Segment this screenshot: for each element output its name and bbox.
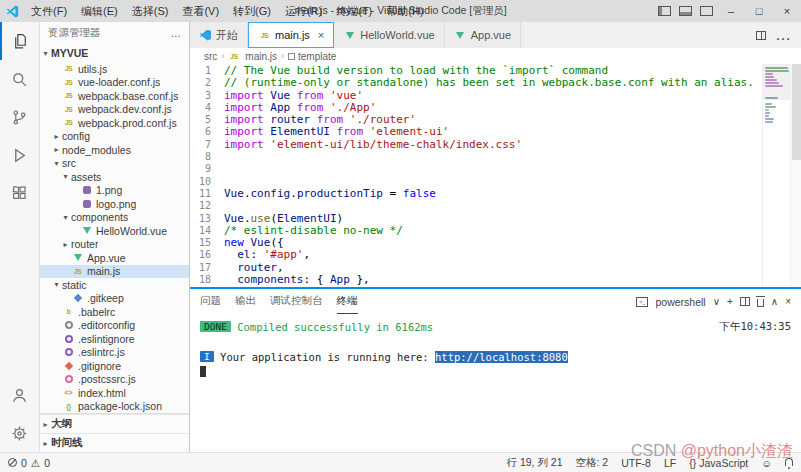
toggle-secondary-sidebar-icon[interactable] [700,6,713,16]
tree-item-label: webpack.prod.conf.js [78,117,177,129]
tree-folder-config[interactable]: ▸config [40,130,189,144]
line-number: 16 [190,249,224,261]
tree-file-webpack.base.conf.js[interactable]: JSwebpack.base.conf.js [40,89,189,103]
img-file-icon [80,198,93,209]
maximize-button[interactable]: □ [745,0,773,22]
tab-App.vue[interactable]: App.vue [445,22,521,48]
close-tab-icon[interactable]: × [318,29,324,41]
explorer-more-actions-icon[interactable]: … [171,27,182,39]
tree-file-1.png[interactable]: 1.png [40,184,189,198]
breadcrumb-item-template[interactable]: template [288,51,336,62]
split-terminal-icon[interactable] [740,297,750,306]
tree-folder-src[interactable]: ▾src [40,157,189,171]
extensions-icon[interactable] [0,174,39,212]
chevron-right-icon: ▸ [51,132,62,141]
tree-file-HelloWorld.vue[interactable]: HelloWorld.vue [40,224,189,238]
js-icon: JS [258,30,271,41]
chevron-right-icon: ▸ [51,145,62,154]
tree-file-webpack.dev.conf.js[interactable]: JSwebpack.dev.conf.js [40,103,189,117]
localhost-link[interactable]: http://localhost:8080 [435,351,568,363]
tree-file-.babelrc[interactable]: b.babelrc [40,305,189,319]
more-actions-icon[interactable]: … [775,26,791,44]
tree-folder-assets[interactable]: ▾assets [40,170,189,184]
panel-tab-问题[interactable]: 问题 [200,289,221,314]
problems-status[interactable]: 0 ⚠ 0 [8,457,50,469]
menu-item[interactable]: 运行(R) [278,0,329,22]
tree-file-logo.png[interactable]: logo.png [40,197,189,211]
tab-main.js[interactable]: JSmain.js× [248,22,334,48]
activity-bar [0,22,40,452]
menu-item[interactable]: 选择(S) [125,0,176,22]
minimize-button[interactable]: – [717,0,745,22]
menu-item[interactable]: 查看(V) [175,0,226,22]
timeline-section[interactable]: ▸ 时间线 [40,433,189,452]
eol-sequence[interactable]: LF [664,457,676,469]
tree-file-.editorconfig[interactable]: .editorconfig [40,319,189,333]
tree-file-App.vue[interactable]: App.vue [40,251,189,265]
tree-file-utils.js[interactable]: JSutils.js [40,62,189,76]
tree-folder-node_modules[interactable]: ▸node_modules [40,143,189,157]
feedback-smiley-icon[interactable]: ☺ [761,457,772,469]
maximize-panel-icon[interactable]: ∧ [771,296,778,307]
panel-tab-输出[interactable]: 输出 [235,289,256,314]
run-debug-icon[interactable] [0,136,39,174]
js-icon: JS [228,51,239,62]
notifications-bell-icon[interactable] [785,460,793,466]
panel-tab-调试控制台[interactable]: 调试控制台 [270,289,323,314]
minimap-line [765,112,770,114]
explorer-icon[interactable] [0,22,39,60]
close-window-button[interactable]: × [773,0,801,22]
outline-section[interactable]: ▸ 大纲 [40,414,189,433]
breadcrumb-item-main.js[interactable]: JSmain.js [228,51,277,62]
js-file-icon: JS [71,266,84,277]
split-editor-icon[interactable] [756,31,766,40]
shell-selector[interactable]: powershell [655,296,705,308]
account-icon[interactable] [0,376,39,414]
settings-gear-icon[interactable] [0,414,39,452]
search-icon[interactable] [0,60,39,98]
kill-terminal-icon[interactable] [757,299,764,307]
tree-item-label: components [71,211,128,223]
toggle-panel-icon[interactable] [679,6,692,16]
cursor-position[interactable]: 行 19, 列 21 [506,456,562,470]
tree-file-.gitkeep[interactable]: .gitkeep [40,292,189,306]
tree-file-package-lock.json[interactable]: {}package-lock.json [40,400,189,414]
language-mode[interactable]: {} JavaScript [689,457,748,469]
tree-file-webpack.prod.conf.js[interactable]: JSwebpack.prod.conf.js [40,116,189,130]
panel-tab-终端[interactable]: 终端 [337,289,358,314]
tree-file-vue-loader.conf.js[interactable]: JSvue-loader.conf.js [40,76,189,90]
encoding[interactable]: UTF-8 [621,457,651,469]
tree-file-.postcssrc.js[interactable]: .postcssrc.js [40,373,189,387]
close-panel-icon[interactable]: × [785,296,791,307]
terminal-shell-icon: >_ [636,297,648,307]
tree-folder-static[interactable]: ▾static [40,278,189,292]
tree-folder-components[interactable]: ▾components [40,211,189,225]
minimap[interactable] [762,64,790,287]
tree-file-index.html[interactable]: <>index.html [40,386,189,400]
tab-开始[interactable]: 开始 [190,22,248,48]
timeline-label: 时间线 [51,436,83,450]
menu-item[interactable]: 文件(F) [24,0,74,22]
tree-file-.eslintrc.js[interactable]: .eslintrc.js [40,346,189,360]
terminal-content[interactable]: DONE Compiled successfully in 6162ms下午10… [190,314,801,452]
menu-item[interactable]: 终端(T) [329,0,379,22]
menu-item[interactable]: 转到(G) [226,0,278,22]
tree-file-main.js[interactable]: JSmain.js [40,265,189,279]
scrollbar-thumb[interactable] [792,64,801,160]
indentation[interactable]: 空格: 2 [576,456,609,470]
tab-HelloWorld.vue[interactable]: HelloWorld.vue [334,22,444,48]
shell-dropdown-icon[interactable]: ∨ [713,296,720,307]
breadcrumb-item-src[interactable]: src [204,51,217,62]
editor-scrollbar[interactable] [790,64,801,287]
new-terminal-icon[interactable]: + [727,296,733,307]
source-control-icon[interactable] [0,98,39,136]
tree-folder-router[interactable]: ▸router [40,238,189,252]
tree-file-.gitignore[interactable]: .gitignore [40,359,189,373]
workspace-root-row[interactable]: ▾ MYVUE [40,44,189,62]
menu-item[interactable]: 帮助(H) [379,0,430,22]
toggle-sidebar-icon[interactable] [658,6,671,16]
minimap-slider[interactable] [763,64,790,100]
code-editor[interactable]: 1// The Vue build version to load with t… [190,64,762,287]
menu-item[interactable]: 编辑(E) [74,0,125,22]
tree-file-.eslintignore[interactable]: .eslintignore [40,332,189,346]
